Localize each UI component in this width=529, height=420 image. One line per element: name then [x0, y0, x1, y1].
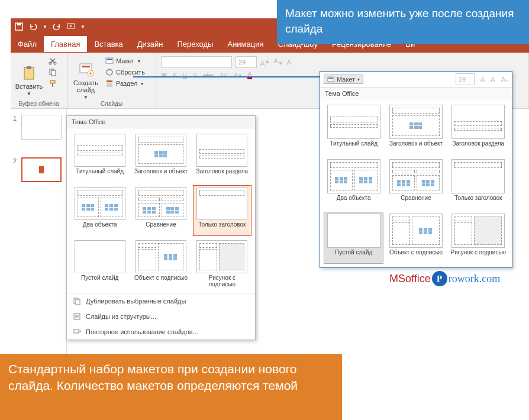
- svg-rect-10: [52, 83, 53, 87]
- save-icon[interactable]: [14, 22, 24, 31]
- layout-content-caption[interactable]: Объект с подписью: [386, 212, 446, 264]
- layout-section-header[interactable]: Заголовок раздела: [449, 103, 508, 155]
- copy-button[interactable]: [46, 67, 59, 77]
- decrease-font-icon[interactable]: A▼: [273, 57, 283, 66]
- svg-rect-14: [106, 58, 113, 63]
- clipboard-group-label: Буфер обмена: [11, 101, 67, 107]
- tab-design[interactable]: Дизайн: [130, 36, 170, 52]
- tab-animations[interactable]: Анимация: [220, 36, 270, 52]
- svg-rect-21: [76, 299, 80, 305]
- new-slide-gallery: Тема Office Титульный слайд Заголовок и …: [66, 115, 256, 340]
- slides-group-label: Слайды: [67, 101, 156, 107]
- svg-rect-9: [50, 80, 55, 83]
- layout-title-content[interactable]: Заголовок и объект: [131, 132, 190, 183]
- reset-button[interactable]: Сбросить: [103, 67, 147, 77]
- layout-blank[interactable]: Пустой слайд: [70, 238, 129, 289]
- layout-comparison[interactable]: Сравнение: [131, 185, 190, 236]
- layout-two-content[interactable]: Два объекта: [70, 185, 129, 236]
- slide-thumbnail: [21, 115, 62, 140]
- layout-button[interactable]: Макет▾: [103, 56, 147, 66]
- cut-button[interactable]: [46, 56, 59, 66]
- watermark: MSoffice P rowork.com: [389, 271, 500, 286]
- svg-rect-1: [17, 23, 21, 25]
- layout-title-slide[interactable]: Титульный слайд: [70, 132, 129, 183]
- svg-rect-8: [51, 70, 56, 76]
- svg-rect-23: [74, 329, 79, 333]
- slide-thumb-2[interactable]: 2: [11, 151, 66, 194]
- callout-blue: Макет можно изменить уже после создания …: [277, 0, 529, 44]
- undo-dropdown-icon[interactable]: ▼: [43, 24, 47, 30]
- font-size-combo-2[interactable]: [456, 73, 475, 85]
- tab-insert[interactable]: Вставка: [87, 36, 130, 52]
- quick-access-toolbar: ▼ ▼: [11, 18, 277, 35]
- font-family-combo[interactable]: [161, 56, 232, 68]
- increase-font-icon: A: [480, 76, 485, 83]
- tab-home[interactable]: Главная: [44, 36, 87, 52]
- new-slide-button[interactable]: Создать слайд ▼: [71, 55, 101, 106]
- qat-customize-icon[interactable]: ▼: [80, 24, 85, 30]
- clear-formatting-icon[interactable]: A: [287, 59, 291, 66]
- paste-button[interactable]: Вставить ▼: [14, 55, 44, 106]
- layout-comparison[interactable]: Сравнение: [386, 157, 446, 209]
- gallery-header: Тема Office: [67, 116, 255, 128]
- decrease-font-icon: A: [491, 76, 495, 83]
- reuse-slides-item[interactable]: Повторное использование слайдов...: [67, 324, 255, 340]
- layout-dropdown-button[interactable]: Макет▾: [324, 75, 363, 84]
- font-size-combo[interactable]: [236, 56, 257, 68]
- svg-rect-25: [328, 77, 333, 79]
- layout-title-slide[interactable]: Титульный слайд: [324, 103, 383, 155]
- redo-icon[interactable]: [52, 22, 62, 31]
- arrow-annotation: [133, 76, 321, 77]
- layout-gallery: Макет▾ A A Aₓ Тема Office Титульный слай…: [320, 71, 512, 268]
- layout-picture-caption[interactable]: Рисунок с подписью: [449, 212, 508, 264]
- layout-section-header[interactable]: Заголовок раздела: [193, 132, 251, 183]
- layout-title-only[interactable]: Только заголовок: [193, 185, 251, 236]
- slides-from-outline-item[interactable]: Слайды из структуры...: [67, 309, 255, 324]
- increase-font-icon[interactable]: A▲: [260, 58, 270, 67]
- callout-orange: Стандартный набор макетов при создании н…: [0, 354, 342, 420]
- svg-rect-15: [107, 59, 112, 60]
- undo-icon[interactable]: [28, 22, 38, 31]
- chevron-down-icon: ▼: [27, 91, 31, 96]
- tab-file[interactable]: Файл: [11, 36, 44, 52]
- format-painter-button[interactable]: [46, 79, 59, 88]
- slideshow-from-start-icon[interactable]: [66, 22, 76, 31]
- svg-rect-17: [107, 80, 112, 82]
- svg-rect-12: [82, 66, 90, 67]
- gallery2-toolbar: Макет▾ A A Aₓ: [320, 72, 512, 88]
- font-color-button[interactable]: A: [247, 70, 251, 79]
- layout-two-content[interactable]: Два объекта: [324, 157, 383, 209]
- svg-rect-24: [328, 77, 334, 82]
- layout-title-only[interactable]: Только заголовок: [449, 157, 508, 209]
- chevron-down-icon: ▼: [83, 95, 88, 100]
- slide-thumb-1[interactable]: 1: [11, 109, 66, 151]
- layout-blank[interactable]: Пустой слайд: [324, 212, 383, 264]
- slide-thumbnail: [21, 157, 62, 182]
- duplicate-slides-item[interactable]: Дублировать выбранные слайды: [67, 293, 255, 309]
- group-clipboard: Вставить ▼ Буфер обмена: [11, 53, 67, 108]
- layout-content-caption[interactable]: Объект с подписью: [131, 238, 190, 289]
- layout-title-content[interactable]: Заголовок и объект: [386, 103, 446, 155]
- svg-rect-4: [27, 66, 31, 69]
- group-slides: Создать слайд ▼ Макет▾ Сбросить Раздел▾ …: [67, 53, 156, 108]
- layout-picture-caption[interactable]: Рисунок с подписью: [193, 238, 251, 289]
- paste-label: Вставить: [15, 83, 43, 90]
- tab-transitions[interactable]: Переходы: [170, 36, 220, 52]
- new-slide-label: Создать слайд: [71, 79, 101, 93]
- clear-icon: Aₓ: [501, 76, 508, 83]
- svg-rect-18: [107, 83, 112, 85]
- gallery-footer: Дублировать выбранные слайды Слайды из с…: [67, 293, 255, 340]
- section-button[interactable]: Раздел▾: [103, 79, 147, 88]
- svg-rect-19: [107, 85, 112, 87]
- gallery2-header: Тема Office: [320, 88, 512, 99]
